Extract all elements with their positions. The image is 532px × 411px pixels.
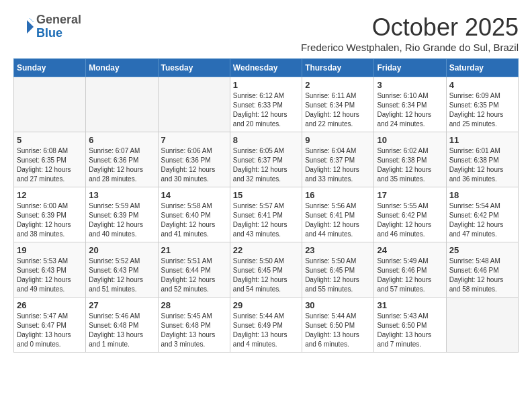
calendar-cell: 1Sunrise: 6:12 AMSunset: 6:33 PMDaylight… (230, 77, 302, 132)
day-number: 15 (233, 190, 299, 200)
day-number: 19 (17, 245, 83, 255)
weekday-header-row: SundayMondayTuesdayWednesdayThursdayFrid… (14, 59, 519, 77)
day-number: 7 (161, 135, 227, 145)
month-title: October 2025 (301, 13, 519, 42)
day-info: Sunrise: 5:58 AMSunset: 6:40 PMDaylight:… (161, 201, 227, 239)
calendar-week-row: 26Sunrise: 5:47 AMSunset: 6:47 PMDayligh… (14, 298, 519, 353)
day-info: Sunrise: 5:49 AMSunset: 6:46 PMDaylight:… (377, 257, 443, 294)
calendar-cell (446, 298, 518, 353)
day-info: Sunrise: 5:43 AMSunset: 6:50 PMDaylight:… (377, 312, 443, 349)
day-info: Sunrise: 6:08 AMSunset: 6:35 PMDaylight:… (17, 146, 83, 184)
day-number: 1 (233, 80, 299, 90)
calendar-cell: 7Sunrise: 6:06 AMSunset: 6:36 PMDaylight… (158, 132, 230, 187)
day-info: Sunrise: 6:00 AMSunset: 6:39 PMDaylight:… (17, 201, 83, 239)
weekday-header: Friday (374, 59, 446, 77)
day-info: Sunrise: 5:59 AMSunset: 6:39 PMDaylight:… (89, 201, 154, 239)
day-number: 24 (377, 245, 443, 255)
logo-icon (13, 17, 34, 37)
calendar-cell: 9Sunrise: 6:04 AMSunset: 6:37 PMDaylight… (302, 132, 374, 187)
calendar-cell: 14Sunrise: 5:58 AMSunset: 6:40 PMDayligh… (158, 187, 230, 242)
calendar-cell: 20Sunrise: 5:52 AMSunset: 6:43 PMDayligh… (86, 242, 158, 298)
calendar-week-row: 1Sunrise: 6:12 AMSunset: 6:33 PMDaylight… (14, 77, 519, 132)
calendar-cell (14, 77, 86, 132)
day-number: 22 (233, 245, 299, 255)
day-info: Sunrise: 5:54 AMSunset: 6:42 PMDaylight:… (449, 201, 515, 239)
logo-text: General Blue (36, 13, 81, 40)
day-info: Sunrise: 6:07 AMSunset: 6:36 PMDaylight:… (89, 146, 154, 184)
calendar-cell: 12Sunrise: 6:00 AMSunset: 6:39 PMDayligh… (14, 187, 86, 242)
calendar-cell: 17Sunrise: 5:55 AMSunset: 6:42 PMDayligh… (374, 187, 446, 242)
day-number: 2 (305, 80, 371, 90)
calendar-cell: 10Sunrise: 6:02 AMSunset: 6:38 PMDayligh… (374, 132, 446, 187)
calendar-cell: 29Sunrise: 5:44 AMSunset: 6:49 PMDayligh… (230, 298, 302, 353)
calendar-cell: 28Sunrise: 5:45 AMSunset: 6:48 PMDayligh… (158, 298, 230, 353)
day-number: 26 (17, 300, 83, 310)
calendar-cell: 4Sunrise: 6:09 AMSunset: 6:35 PMDaylight… (446, 77, 518, 132)
weekday-header: Thursday (302, 59, 374, 77)
day-number: 8 (233, 135, 299, 145)
logo-blue: Blue (36, 26, 62, 40)
day-number: 14 (161, 190, 227, 200)
weekday-header: Wednesday (230, 59, 302, 77)
title-section: October 2025 Frederico Westphalen, Rio G… (301, 13, 519, 53)
day-info: Sunrise: 6:12 AMSunset: 6:33 PMDaylight:… (233, 91, 299, 129)
day-number: 3 (377, 80, 443, 90)
day-number: 12 (17, 190, 83, 200)
day-info: Sunrise: 6:10 AMSunset: 6:34 PMDaylight:… (377, 91, 443, 129)
day-info: Sunrise: 5:47 AMSunset: 6:47 PMDaylight:… (17, 312, 83, 349)
calendar-cell: 24Sunrise: 5:49 AMSunset: 6:46 PMDayligh… (374, 242, 446, 298)
calendar-week-row: 5Sunrise: 6:08 AMSunset: 6:35 PMDaylight… (14, 132, 519, 187)
day-number: 29 (233, 300, 299, 310)
calendar-cell: 21Sunrise: 5:51 AMSunset: 6:44 PMDayligh… (158, 242, 230, 298)
day-number: 31 (377, 300, 443, 310)
calendar-cell: 25Sunrise: 5:48 AMSunset: 6:46 PMDayligh… (446, 242, 518, 298)
page-container: General Blue October 2025 Frederico West… (13, 13, 519, 353)
calendar-cell: 23Sunrise: 5:50 AMSunset: 6:45 PMDayligh… (302, 242, 374, 298)
day-info: Sunrise: 5:52 AMSunset: 6:43 PMDaylight:… (89, 257, 154, 294)
logo-section: General Blue (13, 13, 81, 40)
calendar-cell: 27Sunrise: 5:46 AMSunset: 6:48 PMDayligh… (86, 298, 158, 353)
day-number: 18 (449, 190, 515, 200)
calendar-cell: 2Sunrise: 6:11 AMSunset: 6:34 PMDaylight… (302, 77, 374, 132)
day-info: Sunrise: 5:51 AMSunset: 6:44 PMDaylight:… (161, 257, 227, 294)
calendar-cell: 22Sunrise: 5:50 AMSunset: 6:45 PMDayligh… (230, 242, 302, 298)
calendar-cell (86, 77, 158, 132)
calendar-cell: 15Sunrise: 5:57 AMSunset: 6:41 PMDayligh… (230, 187, 302, 242)
day-number: 27 (89, 300, 154, 310)
day-info: Sunrise: 5:48 AMSunset: 6:46 PMDaylight:… (449, 257, 515, 294)
calendar-table: SundayMondayTuesdayWednesdayThursdayFrid… (13, 58, 519, 353)
weekday-header: Sunday (14, 59, 86, 77)
day-info: Sunrise: 6:09 AMSunset: 6:35 PMDaylight:… (449, 91, 515, 129)
calendar-cell (158, 77, 230, 132)
logo-general: General (36, 13, 81, 26)
calendar-cell: 13Sunrise: 5:59 AMSunset: 6:39 PMDayligh… (86, 187, 158, 242)
day-info: Sunrise: 5:55 AMSunset: 6:42 PMDaylight:… (377, 201, 443, 239)
calendar-cell: 18Sunrise: 5:54 AMSunset: 6:42 PMDayligh… (446, 187, 518, 242)
calendar-cell: 26Sunrise: 5:47 AMSunset: 6:47 PMDayligh… (14, 298, 86, 353)
calendar-cell: 16Sunrise: 5:56 AMSunset: 6:41 PMDayligh… (302, 187, 374, 242)
header: General Blue October 2025 Frederico West… (13, 13, 519, 53)
day-number: 13 (89, 190, 154, 200)
calendar-week-row: 12Sunrise: 6:00 AMSunset: 6:39 PMDayligh… (14, 187, 519, 242)
day-info: Sunrise: 6:11 AMSunset: 6:34 PMDaylight:… (305, 91, 371, 129)
day-number: 11 (449, 135, 515, 145)
day-info: Sunrise: 5:44 AMSunset: 6:50 PMDaylight:… (305, 312, 371, 349)
day-number: 5 (17, 135, 83, 145)
day-info: Sunrise: 5:46 AMSunset: 6:48 PMDaylight:… (89, 312, 154, 349)
day-number: 10 (377, 135, 443, 145)
day-number: 20 (89, 245, 154, 255)
day-info: Sunrise: 5:45 AMSunset: 6:48 PMDaylight:… (161, 312, 227, 349)
day-number: 17 (377, 190, 443, 200)
day-number: 9 (305, 135, 371, 145)
calendar-cell: 6Sunrise: 6:07 AMSunset: 6:36 PMDaylight… (86, 132, 158, 187)
day-number: 28 (161, 300, 227, 310)
day-number: 16 (305, 190, 371, 200)
day-info: Sunrise: 6:06 AMSunset: 6:36 PMDaylight:… (161, 146, 227, 184)
day-info: Sunrise: 5:44 AMSunset: 6:49 PMDaylight:… (233, 312, 299, 349)
day-number: 4 (449, 80, 515, 90)
weekday-header: Monday (86, 59, 158, 77)
day-number: 21 (161, 245, 227, 255)
day-info: Sunrise: 5:57 AMSunset: 6:41 PMDaylight:… (233, 201, 299, 239)
calendar-cell: 5Sunrise: 6:08 AMSunset: 6:35 PMDaylight… (14, 132, 86, 187)
subtitle: Frederico Westphalen, Rio Grande do Sul,… (301, 42, 519, 53)
